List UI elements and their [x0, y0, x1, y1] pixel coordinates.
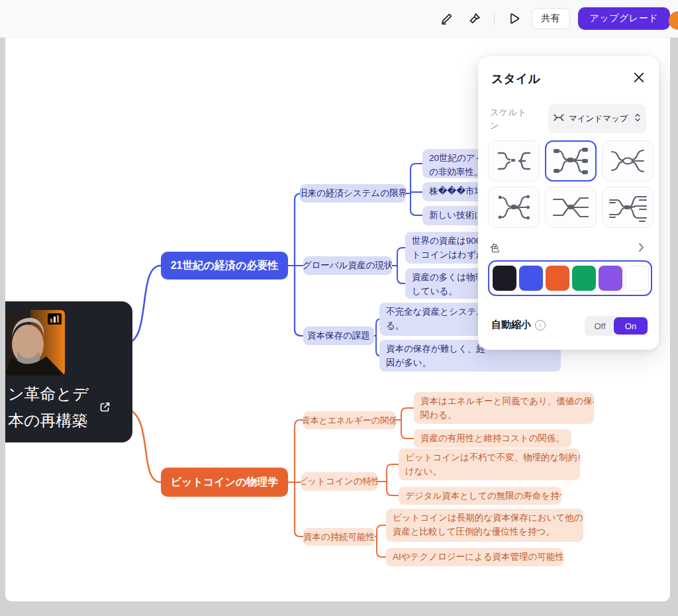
color-swatch: [625, 266, 649, 291]
style-panel: スタイル スケルトン マインドマップ: [478, 56, 659, 350]
node-blue-sub-2[interactable]: グローバル資産の現状: [303, 256, 392, 275]
toggle-on-button[interactable]: On: [614, 317, 648, 334]
skeleton-dropdown[interactable]: マインドマップ: [548, 104, 646, 133]
node-orange-leaf-4[interactable]: デジタル資本としての無限の寿命を持つ。: [399, 487, 561, 505]
play-icon[interactable]: [504, 9, 524, 28]
skeleton-value: マインドマップ: [569, 114, 630, 124]
color-swatch: [546, 266, 569, 291]
node-orange-sub-3[interactable]: 資本の持続可能性: [303, 528, 375, 546]
chevron-updown-icon: [634, 113, 641, 125]
skeleton-option-straight[interactable]: [545, 187, 597, 228]
color-swatch: [572, 266, 596, 291]
skeleton-option-oval-center[interactable]: [602, 140, 654, 181]
mindmap-glyph-icon: [554, 113, 565, 125]
external-link-icon[interactable]: [99, 401, 111, 416]
root-title: ン革命とデ 本の再構築: [8, 381, 89, 434]
color-swatch: [493, 266, 516, 291]
root-node[interactable]: ン革命とデ 本の再構築: [5, 301, 132, 442]
root-thumbnail: [5, 310, 65, 376]
color-swatch: [519, 266, 543, 291]
skeleton-option-logic-tree[interactable]: [602, 187, 654, 228]
autoshrink-toggle: Off On: [585, 316, 649, 336]
color-palette[interactable]: [488, 260, 652, 296]
toolbar-divider: [494, 13, 495, 25]
node-orange-leaf-1[interactable]: 資本はエネルギーと同義であり、価値の保存に関わる。: [414, 392, 594, 424]
avatar[interactable]: [669, 11, 678, 30]
skeleton-option-mindmap-selected[interactable]: [545, 140, 597, 181]
color-label: 色: [490, 242, 499, 254]
skeleton-option-bracket[interactable]: [488, 140, 540, 181]
node-orange-leaf-3[interactable]: ビットコインは不朽で不変、物理的な制約を受けない。: [399, 448, 580, 480]
style-panel-title: スタイル: [491, 71, 540, 87]
node-blue-sub-3[interactable]: 資本保存の課題: [303, 327, 374, 345]
upgrade-button[interactable]: アップグレード: [578, 7, 670, 30]
skeleton-option-curved-dots[interactable]: [488, 187, 540, 228]
mindmap-canvas[interactable]: ン革命とデ 本の再構築 21世紀の経済の必要性 旧来の経済システムの限界 グロー…: [5, 38, 670, 601]
brush-icon[interactable]: [465, 9, 485, 28]
toggle-off-button[interactable]: Off: [586, 321, 614, 331]
node-blue-sub-1[interactable]: 旧来の経済システムの限界: [300, 184, 406, 203]
node-orange-sub-1[interactable]: 資本とエネルギーの関係: [303, 411, 396, 429]
info-icon: i: [535, 320, 546, 331]
node-orange-sub-2[interactable]: ビットコインの特性: [301, 472, 377, 491]
close-icon[interactable]: [634, 72, 646, 84]
skeleton-label: スケルトン: [490, 106, 531, 132]
node-orange-leaf-2[interactable]: 資産の有用性と維持コストの関係。: [414, 429, 571, 448]
autoshrink-label: 自動縮小 i: [491, 319, 546, 331]
share-button[interactable]: 共有: [532, 8, 570, 29]
node-orange-leaf-6[interactable]: AIやテクノロジーによる資本管理の可能性。: [386, 548, 563, 566]
edit-pencil-icon[interactable]: [437, 9, 457, 28]
node-orange-main[interactable]: ビットコインの物理学: [161, 468, 288, 497]
top-toolbar: 共有 アップグレード: [0, 0, 678, 38]
node-blue-main[interactable]: 21世紀の経済の必要性: [161, 252, 288, 280]
chevron-right-icon[interactable]: [638, 242, 644, 255]
color-swatch: [599, 266, 622, 291]
node-orange-leaf-5[interactable]: ビットコインは長期的な資本保存において他の資産と比較して圧倒的な優位性を持つ。: [386, 509, 583, 542]
